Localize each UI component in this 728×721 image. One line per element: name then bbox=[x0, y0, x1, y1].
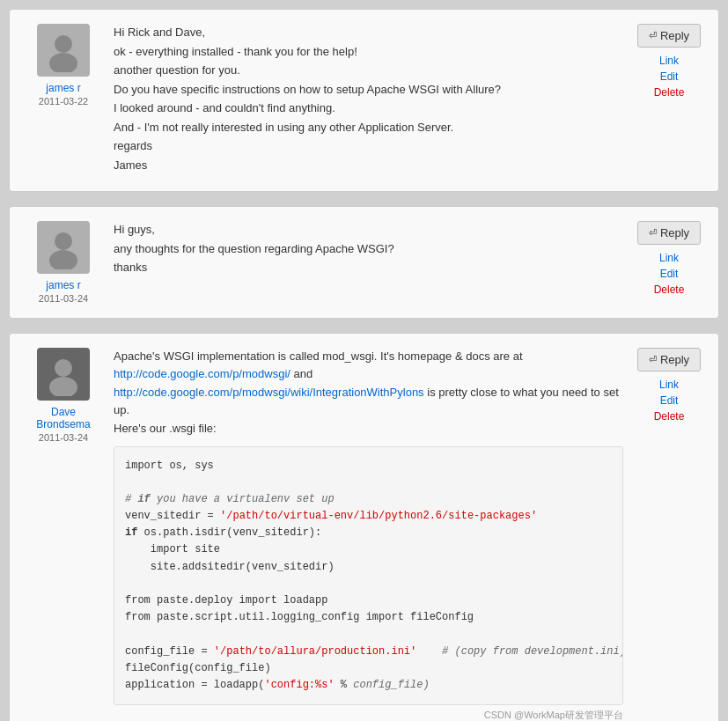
comment-card-2: james r 2011-03-24 Hi guys, any thoughts… bbox=[9, 206, 719, 319]
date-2: 2011-03-24 bbox=[39, 293, 88, 304]
reply-icon-2: ⏎ bbox=[649, 227, 657, 239]
avatar-col-1: james r 2011-03-22 bbox=[24, 24, 103, 177]
reply-button-3[interactable]: ⏎ Reply bbox=[637, 348, 701, 372]
code-line-5: site.addsitedir(venv_sitedir) bbox=[125, 561, 335, 573]
code-line-10: application = loadapp('config:%s' % conf… bbox=[125, 679, 430, 691]
msg-line-2-1: any thoughts for the question regarding … bbox=[114, 240, 623, 258]
reply-button-2[interactable]: ⏎ Reply bbox=[637, 221, 701, 245]
msg-line-1-6: regards bbox=[114, 137, 623, 155]
code-line-7: from paste.script.util.logging_config im… bbox=[125, 611, 474, 623]
code-comment-1: # if you have a virtualenv set up bbox=[125, 493, 335, 505]
avatar-1 bbox=[37, 24, 90, 77]
reply-button-1[interactable]: ⏎ Reply bbox=[637, 24, 701, 48]
intro-text-3: Apache's WSGI implementation is called m… bbox=[114, 349, 523, 363]
message-text-2: Hi guys, any thoughts for the question r… bbox=[114, 221, 623, 276]
code-line-8: config_file = '/path/to/allura/productio… bbox=[125, 645, 623, 658]
link-button-1[interactable]: Link bbox=[659, 55, 679, 67]
msg-line-1-3: Do you have specific instructions on how… bbox=[114, 81, 623, 99]
svg-point-1 bbox=[49, 53, 77, 72]
edit-button-1[interactable]: Edit bbox=[660, 70, 679, 83]
link-button-2[interactable]: Link bbox=[659, 252, 679, 264]
code-line-9: fileConfig(config_file) bbox=[125, 662, 271, 674]
link-button-3[interactable]: Link bbox=[659, 379, 679, 391]
wsgi-intro-3: Here's our .wsgi file: bbox=[114, 420, 623, 438]
comment-card-1: james r 2011-03-22 Hi Rick and Dave, ok … bbox=[9, 9, 719, 192]
avatar-2 bbox=[37, 221, 90, 274]
edit-button-3[interactable]: Edit bbox=[660, 394, 679, 407]
code-line-2: venv_sitedir = '/path/to/virtual-env/lib… bbox=[125, 510, 537, 522]
message-text-1: Hi Rick and Dave, ok - everything instal… bbox=[114, 24, 623, 173]
avatar-3 bbox=[37, 348, 90, 401]
code-line-1: import os, sys bbox=[125, 460, 214, 472]
reply-icon-3: ⏎ bbox=[649, 354, 657, 365]
msg-line-1-4: I looked around - and couldn't find anyt… bbox=[114, 99, 623, 117]
link1-3[interactable]: http://code.google.com/p/modwsgi/ bbox=[114, 367, 290, 380]
content-3: Apache's WSGI implementation is called m… bbox=[114, 348, 623, 721]
msg-line-2-2: thanks bbox=[114, 259, 623, 276]
code-line-6: from paste.deploy import loadapp bbox=[125, 594, 327, 607]
code-line-3: if os.path.isdir(venv_sitedir): bbox=[125, 526, 321, 539]
msg-line-1-5: And - I'm not really interested in using… bbox=[114, 119, 623, 136]
svg-point-5 bbox=[49, 377, 77, 396]
avatar-col-3: Dave Brondsema 2011-03-24 bbox=[24, 348, 103, 721]
edit-button-2[interactable]: Edit bbox=[660, 268, 679, 280]
username-2[interactable]: james r bbox=[46, 279, 80, 291]
avatar-col-2: james r 2011-03-24 bbox=[24, 221, 103, 304]
msg-line-1-7: James bbox=[114, 157, 623, 174]
footer-note-3: CSDN @WorkMap研发管理平台 bbox=[114, 709, 623, 721]
message-text-3: Apache's WSGI implementation is called m… bbox=[114, 348, 623, 438]
svg-point-3 bbox=[49, 250, 77, 269]
link1-after-3: and bbox=[294, 367, 313, 380]
code-block-3: import os, sys # if you have a virtualen… bbox=[114, 446, 623, 706]
actions-col-1: ⏎ Reply Link Edit Delete bbox=[634, 24, 704, 177]
msg-line-2-0: Hi guys, bbox=[114, 221, 623, 239]
link2-3[interactable]: http://code.google.com/p/modwsgi/wiki/In… bbox=[114, 386, 424, 399]
content-1: Hi Rick and Dave, ok - everything instal… bbox=[114, 24, 623, 177]
date-1: 2011-03-22 bbox=[39, 96, 88, 107]
code-line-4: import site bbox=[125, 543, 220, 555]
reply-icon-1: ⏎ bbox=[649, 30, 657, 41]
svg-point-0 bbox=[55, 35, 72, 53]
username-1[interactable]: james r bbox=[46, 82, 80, 94]
delete-button-1[interactable]: Delete bbox=[654, 86, 685, 99]
date-3: 2011-03-24 bbox=[39, 432, 88, 443]
svg-point-2 bbox=[55, 232, 72, 250]
msg-line-1-2: another question for you. bbox=[114, 62, 623, 79]
delete-button-3[interactable]: Delete bbox=[654, 410, 685, 423]
svg-point-4 bbox=[55, 359, 72, 377]
delete-button-2[interactable]: Delete bbox=[654, 283, 685, 296]
actions-col-3: ⏎ Reply Link Edit Delete bbox=[634, 348, 704, 721]
msg-line-1-1: ok - everything installed - thank you fo… bbox=[114, 43, 623, 61]
msg-link2-3: http://code.google.com/p/modwsgi/wiki/In… bbox=[114, 384, 623, 418]
username-3[interactable]: Dave Brondsema bbox=[24, 406, 103, 430]
comment-card-3: Dave Brondsema 2011-03-24 Apache's WSGI … bbox=[9, 333, 719, 721]
actions-col-2: ⏎ Reply Link Edit Delete bbox=[634, 221, 704, 304]
msg-line-1-0: Hi Rick and Dave, bbox=[114, 24, 623, 41]
msg-intro-3: Apache's WSGI implementation is called m… bbox=[114, 348, 623, 382]
content-2: Hi guys, any thoughts for the question r… bbox=[114, 221, 623, 304]
